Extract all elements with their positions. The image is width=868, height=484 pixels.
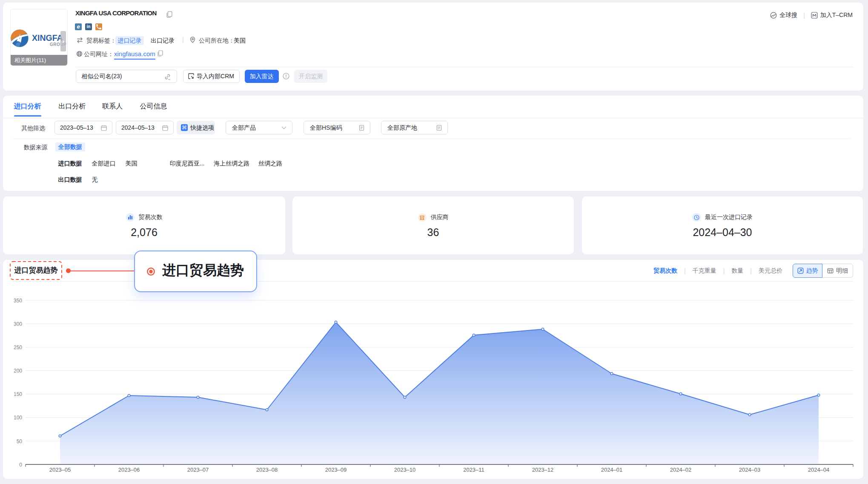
svg-text:2024–01: 2024–01	[601, 467, 623, 473]
svg-text:2024–02: 2024–02	[670, 467, 692, 473]
svg-text:2024–03: 2024–03	[739, 467, 761, 473]
svg-text:150: 150	[14, 391, 22, 397]
svg-text:2023–11: 2023–11	[463, 467, 484, 473]
svg-text:2023–05: 2023–05	[49, 467, 71, 473]
svg-text:250: 250	[14, 344, 22, 350]
svg-text:100: 100	[14, 415, 22, 421]
svg-text:2023–07: 2023–07	[187, 467, 209, 473]
svg-text:2024–04: 2024–04	[808, 467, 830, 473]
svg-text:XINGFA: XINGFA	[32, 33, 63, 43]
svg-text:2023–12: 2023–12	[532, 467, 554, 473]
svg-text:350: 350	[14, 298, 22, 304]
svg-text:2023–08: 2023–08	[256, 467, 278, 473]
svg-text:200: 200	[14, 368, 22, 374]
svg-text:2023–10: 2023–10	[394, 467, 416, 473]
svg-text:50: 50	[17, 438, 23, 444]
svg-text:300: 300	[14, 321, 22, 327]
svg-text:2023–06: 2023–06	[118, 467, 140, 473]
svg-text:0: 0	[19, 462, 22, 468]
svg-text:2023–09: 2023–09	[325, 467, 347, 473]
